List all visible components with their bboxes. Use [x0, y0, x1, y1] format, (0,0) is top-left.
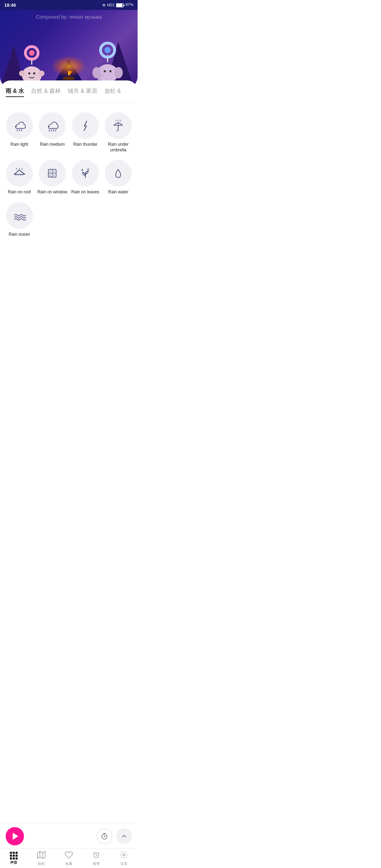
svg-line-44 — [50, 170, 50, 173]
svg-point-16 — [114, 67, 123, 78]
rain-water-label: Rain water — [108, 189, 128, 195]
svg-line-47 — [54, 174, 54, 176]
hero-banner: Composed by: геяхат музыка — [0, 10, 138, 88]
hero-subtitle: Composed by: геяхат музыка — [36, 14, 102, 20]
svg-line-38 — [16, 168, 17, 170]
rain-thunder-icon — [79, 119, 92, 132]
svg-point-7 — [28, 72, 30, 74]
sound-item-rain-leaves[interactable]: Rain on leaves — [69, 156, 102, 199]
rain-roof-icon-circle — [6, 160, 33, 187]
bluetooth-icon: ⊕ — [102, 3, 105, 7]
svg-line-45 — [54, 171, 54, 173]
svg-point-10 — [39, 71, 44, 76]
svg-line-26 — [55, 129, 56, 131]
rain-umbrella-icon-circle — [105, 112, 132, 139]
svg-line-24 — [51, 129, 52, 131]
svg-point-8 — [33, 72, 35, 74]
svg-line-22 — [21, 129, 22, 131]
svg-line-21 — [19, 129, 20, 131]
status-bar: 18:46 ⊕ HD1 87% — [0, 0, 138, 10]
rain-ocean-label: Rain ocean — [8, 232, 30, 237]
rain-light-label: Rain light — [11, 142, 28, 147]
sound-item-rain-medium[interactable]: Rain medium — [36, 109, 69, 156]
campfire — [60, 64, 78, 81]
tab-city-home[interactable]: 城市 & 家居 — [68, 88, 97, 97]
svg-point-48 — [81, 169, 83, 171]
rain-umbrella-label: Rain under umbrella — [103, 142, 134, 153]
rain-window-icon-circle — [39, 160, 66, 187]
signal-icon: HD1 — [107, 3, 115, 7]
rain-leaves-label: Rain on leaves — [71, 189, 99, 195]
rain-leaves-icon-circle — [72, 160, 99, 187]
rain-roof-icon — [13, 167, 26, 180]
svg-point-15 — [92, 67, 101, 78]
svg-point-17 — [104, 70, 106, 72]
time-display: 18:46 — [4, 2, 16, 8]
sound-item-rain-roof[interactable]: Rain on roof — [3, 156, 36, 199]
rain-window-icon — [46, 167, 59, 180]
character-left — [14, 45, 49, 84]
rain-ocean-icon — [13, 209, 26, 222]
rain-umbrella-icon — [111, 119, 125, 132]
sound-item-rain-thunder[interactable]: Rain thunder — [69, 109, 102, 156]
sound-item-rain-window[interactable]: Rain on window — [36, 156, 69, 199]
rain-thunder-icon-circle — [72, 112, 99, 139]
svg-point-49 — [87, 169, 89, 170]
svg-point-5 — [29, 50, 35, 56]
rain-window-label: Rain on window — [37, 189, 67, 195]
sound-item-rain-water[interactable]: Rain water — [102, 156, 135, 199]
svg-rect-2 — [124, 5, 125, 6]
rain-medium-icon-circle — [39, 112, 66, 139]
rain-light-icon — [13, 119, 26, 132]
sound-item-rain-ocean[interactable]: Rain ocean — [3, 199, 36, 241]
rain-roof-label: Rain on roof — [8, 189, 31, 195]
svg-point-18 — [109, 70, 111, 72]
svg-line-40 — [22, 168, 22, 170]
svg-line-23 — [49, 129, 50, 131]
sound-item-rain-light[interactable]: Rain light — [3, 109, 36, 156]
tab-relax[interactable]: 放松 & — [104, 88, 121, 97]
rain-water-icon — [111, 167, 125, 180]
character-right — [88, 42, 127, 84]
main-content: 雨 & 水 自然 & 森林 城市 & 家居 放松 & Rain light — [0, 80, 138, 296]
rain-leaves-icon — [79, 167, 92, 180]
svg-point-9 — [19, 71, 25, 76]
sound-item-rain-umbrella[interactable]: Rain under umbrella — [102, 109, 135, 156]
rain-ocean-icon-circle — [6, 202, 33, 229]
svg-point-13 — [104, 47, 111, 53]
rain-light-icon-circle — [6, 112, 33, 139]
svg-rect-1 — [116, 4, 122, 7]
category-tabs[interactable]: 雨 & 水 自然 & 森林 城市 & 家居 放松 & — [0, 88, 138, 103]
sound-grid: Rain light Rain medium — [0, 103, 138, 246]
rain-medium-label: Rain medium — [40, 142, 65, 147]
svg-line-25 — [53, 129, 54, 131]
tab-rain-water[interactable]: 雨 & 水 — [6, 88, 24, 97]
svg-point-19 — [62, 77, 75, 80]
svg-line-39 — [19, 168, 19, 169]
tab-nature-forest[interactable]: 自然 & 森林 — [31, 88, 61, 97]
svg-line-46 — [50, 174, 50, 176]
battery-icon: 87% — [116, 2, 133, 7]
rain-thunder-label: Rain thunder — [73, 142, 97, 147]
status-icons: ⊕ HD1 87% — [102, 2, 133, 7]
rain-medium-icon — [46, 119, 59, 132]
rain-water-icon-circle — [105, 160, 132, 187]
svg-line-20 — [17, 129, 18, 131]
